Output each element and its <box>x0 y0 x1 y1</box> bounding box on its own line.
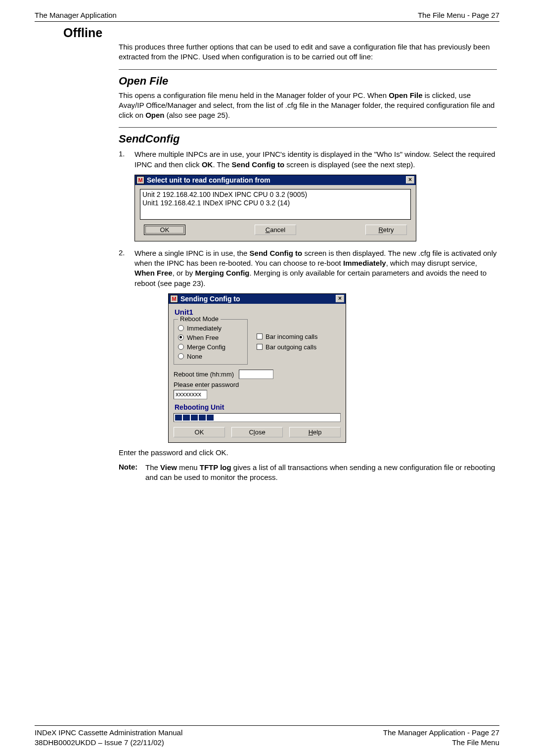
list-item[interactable]: Unit 2 192.168.42.100 INDeX IPNC CPU 0 3… <box>142 190 408 199</box>
note-label: Note: <box>119 463 145 483</box>
text: screen is displayed (see the next step). <box>284 160 415 169</box>
bold-open-file: Open File <box>389 91 422 99</box>
reboot-time-label: Reboot time (hh:mm) <box>174 371 234 378</box>
header-right: The File Menu - Page 27 <box>418 11 499 20</box>
dialog-title: Select unit to read configuration from <box>147 176 406 184</box>
reboot-mode-groupbox: Reboot Mode Immediately When Free Merge … <box>174 319 248 365</box>
progress-segment <box>183 415 190 421</box>
group-legend: Reboot Mode <box>178 315 221 323</box>
retry-button[interactable]: Retry <box>365 225 407 235</box>
step-1: 1. Where multiple INPCs are in use, your… <box>119 149 497 170</box>
divider <box>119 69 497 70</box>
dialog-title: Sending Config to <box>180 295 336 303</box>
checkbox-label: Bar incoming calls <box>266 333 318 340</box>
text: (also see page 25). <box>165 111 230 119</box>
close-button[interactable]: Close <box>231 427 283 437</box>
unit-listbox[interactable]: Unit 2 192.168.42.100 INDeX IPNC CPU 0 3… <box>140 189 411 220</box>
radio-merge-config[interactable]: Merge Config <box>178 343 243 351</box>
system-menu-icon[interactable]: M <box>170 295 178 303</box>
reboot-time-input[interactable] <box>239 370 273 379</box>
footer-left-2: 38DHB0002UKDD – Issue 7 (22/11/02) <box>35 738 182 748</box>
progress-segment <box>191 415 198 421</box>
subtitle-open-file: Open File <box>119 75 497 88</box>
footer-left-1: INDeX IPNC Cassette Administration Manua… <box>35 728 182 738</box>
page-footer: INDeX IPNC Cassette Administration Manua… <box>35 725 499 747</box>
ok-button[interactable]: OK <box>144 225 185 235</box>
bold-tftp-log: TFTP log <box>200 463 231 472</box>
dialog-sending-config: M Sending Config to × Unit1 Reboot Mode … <box>168 293 346 443</box>
note: Note: The View menu TFTP log gives a lis… <box>119 463 497 483</box>
password-input[interactable]: xxxxxxxx <box>174 390 207 399</box>
progress-segment <box>207 415 214 421</box>
radio-none[interactable]: None <box>178 353 243 360</box>
radio-label: When Free <box>187 334 219 341</box>
divider <box>119 127 497 128</box>
bold-ok: OK <box>202 160 213 169</box>
note-body: The View menu TFTP log gives a list of a… <box>145 463 497 483</box>
subtitle-sendconfig: SendConfig <box>119 133 497 145</box>
offline-intro: This produces three further options that… <box>119 42 497 62</box>
footer-right-1: The Manager Application - Page 27 <box>383 728 499 738</box>
bold-send-config-to: Send Config to <box>232 160 285 169</box>
text: menu <box>177 463 200 472</box>
radio-icon <box>178 344 184 350</box>
radio-label: Merge Config <box>187 343 225 351</box>
close-button[interactable]: × <box>336 295 344 302</box>
bold-open: Open <box>145 111 164 119</box>
cancel-button[interactable]: Cancel <box>255 225 296 235</box>
progress-segment <box>175 415 182 421</box>
radio-label: None <box>187 353 202 360</box>
text: , which may disrupt service, <box>386 259 477 267</box>
bold-immediately: Immediately <box>343 259 386 267</box>
list-item[interactable]: Unit1 192.168.42.1 INDeX IPNC CPU 0 3.2 … <box>142 199 408 208</box>
open-file-para: This opens a configuration file menu hel… <box>119 91 497 121</box>
dialog-select-unit: M Select unit to read configuration from… <box>134 175 416 241</box>
radio-label: Immediately <box>187 325 222 332</box>
section-title-offline: Offline <box>63 26 499 40</box>
bold-view: View <box>160 463 177 472</box>
help-button[interactable]: Help <box>289 427 341 437</box>
text: , or by <box>173 269 195 277</box>
reboot-time-row: Reboot time (hh:mm) <box>174 370 341 379</box>
page-header: The Manager Application The File Menu - … <box>35 11 499 22</box>
radio-icon <box>178 353 184 359</box>
radio-icon <box>178 325 184 331</box>
radio-icon <box>178 334 184 340</box>
footer-right-2: The File Menu <box>383 738 499 748</box>
dialog-titlebar[interactable]: M Sending Config to × <box>169 294 346 304</box>
header-left: The Manager Application <box>35 11 117 20</box>
checkbox-icon <box>257 333 263 339</box>
progress-bar <box>174 413 341 422</box>
text: . The <box>213 160 231 169</box>
text: The <box>145 463 160 472</box>
checkbox-bar-outgoing[interactable]: Bar outgoing calls <box>257 343 318 351</box>
enter-password-text: Enter the password and click OK. <box>119 448 497 458</box>
ok-button[interactable]: OK <box>174 427 225 437</box>
checkbox-bar-incoming[interactable]: Bar incoming calls <box>257 333 318 340</box>
radio-immediately[interactable]: Immediately <box>178 325 243 332</box>
step-number: 2. <box>119 248 134 288</box>
text: This opens a configuration file menu hel… <box>119 91 389 99</box>
system-menu-icon[interactable]: M <box>136 176 144 184</box>
checkbox-label: Bar outgoing calls <box>266 343 316 351</box>
rebooting-unit-label: Rebooting Unit <box>175 403 341 411</box>
progress-segment <box>199 415 206 421</box>
bold-merging-config: Merging Config <box>195 269 250 277</box>
dialog-titlebar[interactable]: M Select unit to read configuration from… <box>135 175 416 185</box>
close-button[interactable]: × <box>406 176 414 184</box>
bold-send-config-to: Send Config to <box>250 249 303 257</box>
step-number: 1. <box>119 149 134 170</box>
step-body: Where multiple INPCs are in use, your IP… <box>134 149 497 170</box>
checkbox-icon <box>257 344 263 350</box>
step-2: 2. Where a single IPNC is in use, the Se… <box>119 248 497 288</box>
text: Where a single IPNC is in use, the <box>134 249 250 257</box>
password-label: Please enter password <box>174 381 341 388</box>
step-body: Where a single IPNC is in use, the Send … <box>134 248 497 288</box>
radio-when-free[interactable]: When Free <box>178 334 243 341</box>
bold-when-free: When Free <box>134 269 173 277</box>
